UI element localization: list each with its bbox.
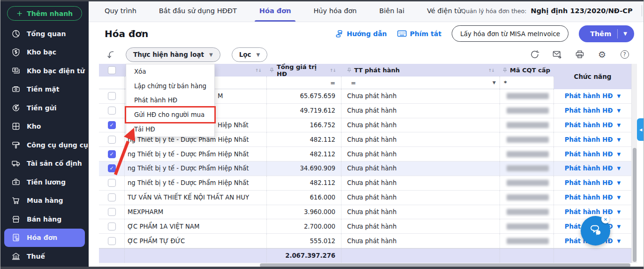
topbar-tab[interactable]: Vé điện tử bbox=[427, 0, 461, 22]
issue-invoice-action[interactable]: Phát hành HĐ ▼ bbox=[565, 165, 621, 172]
sidebar-item-label: Tiền lương bbox=[27, 178, 66, 186]
e-treasury-icon bbox=[11, 66, 21, 76]
issue-status-cell: Chưa phát hành bbox=[341, 176, 500, 190]
issue-invoice-action[interactable]: Phát hành HĐ ▼ bbox=[565, 92, 621, 100]
pin-icon[interactable] bbox=[503, 68, 507, 73]
help-icon[interactable]: ? bbox=[620, 50, 629, 60]
pin-icon[interactable] bbox=[270, 68, 274, 73]
sidebar-item-label: Tổng quan bbox=[27, 30, 66, 38]
chevron-down-icon[interactable]: ▼ bbox=[618, 31, 634, 36]
quick-add-button[interactable]: + Thêm nhanh bbox=[7, 6, 82, 21]
filter-total-input[interactable]: = bbox=[267, 77, 341, 89]
table-row: ng Thiết bị y tế - Dược Phẩm Hiệp Nhất 4… bbox=[99, 176, 631, 191]
sidebar-item[interactable]: Tổng quan bbox=[0, 24, 89, 43]
expand-panel-tab[interactable]: ◀ bbox=[637, 118, 644, 141]
blurred-cqt-value bbox=[507, 93, 549, 99]
chevron-down-icon: ▼ bbox=[617, 166, 621, 171]
column-header-status[interactable]: TT phát hành ↑↓ bbox=[341, 64, 500, 77]
customer-name-cell: ng Thiết bị y tế - Dược Phẩm Hiệp Nhất bbox=[125, 176, 267, 190]
bulk-actions-button[interactable]: Thực hiện hàng loạt ▼ bbox=[126, 47, 220, 62]
row-checkbox[interactable] bbox=[108, 92, 116, 100]
sidebar-item[interactable]: Bán hàng bbox=[0, 210, 89, 229]
row-checkbox[interactable] bbox=[108, 223, 116, 231]
row-checkbox[interactable] bbox=[108, 179, 116, 187]
send-email-icon[interactable] bbox=[552, 50, 562, 60]
sidebar-item[interactable]: Tiền mặt bbox=[0, 80, 89, 99]
settings-gear-icon[interactable]: ⚙ bbox=[597, 50, 607, 60]
guide-link[interactable]: Hướng dẫn bbox=[335, 30, 387, 38]
row-checkbox[interactable] bbox=[108, 136, 116, 144]
row-checkbox[interactable] bbox=[108, 150, 116, 158]
chevron-down-icon[interactable]: ▼ bbox=[492, 80, 500, 85]
tools-icon bbox=[11, 140, 21, 150]
topbar-tab[interactable]: Hóa đơn bbox=[259, 0, 291, 22]
table-toolbar: Thực hiện hàng loạt ▼ Lọc ▼ ⚙ ? bbox=[89, 45, 644, 64]
topbar-tab[interactable]: Quy trình bbox=[105, 0, 136, 22]
chevron-down-icon: ▼ bbox=[617, 108, 621, 113]
chevron-left-icon: ◀ bbox=[639, 128, 642, 132]
vertical-scrollbar-thumb[interactable] bbox=[633, 148, 636, 262]
filter-operator[interactable]: * bbox=[500, 79, 507, 86]
row-checkbox[interactable] bbox=[108, 164, 116, 172]
pin-icon[interactable] bbox=[347, 68, 351, 73]
regulation-selector: Quản lý hóa đơn theo: Nghị định 123/2020… bbox=[461, 5, 644, 17]
sidebar-item[interactable]: Tiền gửi bbox=[0, 99, 89, 117]
actions-cell: Phát hành HĐ ▼ bbox=[554, 89, 631, 103]
issue-invoice-action[interactable]: Phát hành HĐ ▼ bbox=[565, 151, 621, 158]
sidebar-item[interactable]: Công cụ dụng cụ bbox=[0, 136, 89, 154]
row-checkbox[interactable] bbox=[108, 121, 116, 129]
sidebar-item[interactable]: Hóa đơn bbox=[4, 229, 85, 247]
sidebar-item-label: Kho bbox=[27, 123, 41, 130]
bulk-menu-item[interactable]: Tải HĐ bbox=[126, 122, 214, 137]
sidebar-item[interactable]: Tài sản cố định bbox=[0, 154, 89, 173]
chat-support-widget[interactable]: ✕ bbox=[581, 216, 610, 246]
sort-icon[interactable]: ↑↓ bbox=[330, 68, 336, 73]
sidebar: + Thêm nhanh Tổng quan Kho bạc Kho bạc đ… bbox=[0, 0, 89, 269]
topbar-tab[interactable]: Hủy hóa đơn bbox=[313, 0, 356, 22]
issue-invoice-action[interactable]: Phát hành HĐ ▼ bbox=[565, 208, 621, 215]
sidebar-item[interactable]: Tiền lương bbox=[0, 173, 89, 192]
plus-icon: + bbox=[16, 10, 23, 17]
select-all-checkbox[interactable] bbox=[108, 66, 116, 74]
topbar-tab[interactable]: Bắt đầu sử dụng HĐĐT bbox=[159, 0, 237, 22]
row-checkbox[interactable] bbox=[108, 193, 116, 201]
cqt-code-cell bbox=[500, 205, 554, 219]
filter-cqt-input[interactable]: * bbox=[500, 77, 554, 89]
sidebar-item[interactable]: Kho bạc điện tử bbox=[0, 61, 89, 80]
issue-invoice-action[interactable]: Phát hành HĐ ▼ bbox=[565, 194, 621, 201]
sidebar-item[interactable]: Mua hàng bbox=[0, 192, 89, 210]
topbar-tab[interactable]: Biên lai bbox=[379, 0, 405, 22]
sidebar-item-label: Kho bạc bbox=[27, 48, 56, 56]
row-checkbox[interactable] bbox=[108, 107, 116, 115]
column-header-total[interactable]: Tổng giá trị HĐ ↑↓ bbox=[267, 64, 341, 77]
sort-icon[interactable]: ↑↓ bbox=[255, 68, 264, 73]
sidebar-item[interactable]: Thuế bbox=[0, 247, 89, 266]
column-header-cqt[interactable]: Mã CQT cấp bbox=[500, 64, 554, 77]
issue-invoice-action[interactable]: Phát hành HĐ ▼ bbox=[565, 107, 621, 114]
refresh-icon[interactable] bbox=[530, 50, 539, 60]
bulk-menu-item[interactable]: Phát hành HĐ bbox=[126, 93, 214, 108]
filter-status-input[interactable]: = ▼ bbox=[341, 77, 500, 89]
sort-icon[interactable]: ↑↓ bbox=[488, 68, 497, 73]
sidebar-item[interactable]: Kho bạc bbox=[0, 43, 89, 62]
chevron-down-icon: ▼ bbox=[617, 137, 621, 142]
bulk-menu-item[interactable]: Gửi HĐ cho người mua bbox=[126, 108, 214, 122]
issue-status-cell: Chưa phát hành bbox=[341, 205, 500, 219]
sidebar-item[interactable]: Kho bbox=[0, 117, 89, 136]
row-checkbox[interactable] bbox=[108, 237, 116, 245]
filter-operator[interactable]: = bbox=[326, 79, 335, 86]
issue-invoice-action[interactable]: Phát hành HĐ ▼ bbox=[565, 136, 621, 143]
sort-flow-icon[interactable] bbox=[106, 50, 116, 60]
row-checkbox[interactable] bbox=[108, 208, 116, 216]
filter-button[interactable]: Lọc ▼ bbox=[232, 47, 268, 62]
add-button[interactable]: Thêm ▼ bbox=[579, 25, 634, 42]
print-icon[interactable] bbox=[575, 50, 584, 60]
filter-operator[interactable]: = bbox=[347, 79, 356, 86]
issue-invoice-action[interactable]: Phát hành HĐ ▼ bbox=[565, 122, 621, 129]
bulk-menu-item[interactable]: Lập chứng từ bán hàng bbox=[126, 79, 214, 93]
bulk-menu-item[interactable]: Xóa bbox=[126, 64, 214, 79]
issue-invoice-action[interactable]: Phát hành HĐ ▼ bbox=[565, 179, 621, 186]
chat-close-button[interactable]: ✕ bbox=[601, 215, 610, 223]
get-invoice-meinvoice-button[interactable]: Lấy hóa đơn từ MISA meInvoice bbox=[452, 25, 568, 42]
shortcuts-link[interactable]: Phím tắt bbox=[397, 30, 441, 38]
